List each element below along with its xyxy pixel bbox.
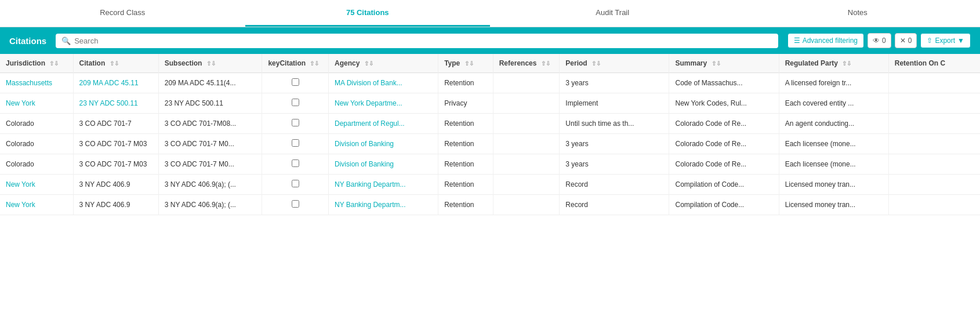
tab-record-class[interactable]: Record Class xyxy=(0,0,245,27)
table-row: Massachusetts209 MA ADC 45.11209 MA ADC … xyxy=(0,73,980,93)
col-header-retention[interactable]: Retention On C xyxy=(888,54,980,73)
eye-count: 0 xyxy=(882,37,886,45)
keycitation-checkbox-cell[interactable] xyxy=(262,73,329,93)
sort-icon-references: ⇧⇩ xyxy=(541,60,550,67)
tab-bar: Record Class 75 Citations Audit Trail No… xyxy=(0,0,980,27)
export-chevron-icon: ▼ xyxy=(957,37,964,45)
sort-icon-regulated-party: ⇧⇩ xyxy=(842,60,851,67)
export-label: Export xyxy=(935,37,955,45)
search-icon: 🔍 xyxy=(61,37,71,45)
keycitation-checkbox-cell[interactable] xyxy=(262,175,329,195)
table-row: Colorado3 CO ADC 701-7 M033 CO ADC 701-7… xyxy=(0,134,980,154)
col-header-jurisdiction[interactable]: Jurisdiction ⇧⇩ xyxy=(0,54,73,73)
citations-table: Jurisdiction ⇧⇩ Citation ⇧⇩ Subsection ⇧… xyxy=(0,54,980,215)
keycitation-checkbox-cell[interactable] xyxy=(262,114,329,134)
sort-icon-jurisdiction: ⇧⇩ xyxy=(49,60,59,67)
col-header-period[interactable]: Period ⇧⇩ xyxy=(560,54,669,73)
x-icon: ✕ xyxy=(900,37,906,45)
keycitation-checkbox-cell[interactable] xyxy=(262,134,329,154)
header-actions: ☰ Advanced filtering 👁 0 ✕ 0 ⇧ Export ▼ xyxy=(787,33,971,48)
keycitation-checkbox-cell[interactable] xyxy=(262,93,329,114)
sort-icon-period: ⇧⇩ xyxy=(591,60,601,67)
tab-notes[interactable]: Notes xyxy=(735,0,981,27)
col-header-summary[interactable]: Summary ⇧⇩ xyxy=(669,54,779,73)
eye-count-button[interactable]: 👁 0 xyxy=(868,33,891,48)
advanced-filtering-label: Advanced filtering xyxy=(803,37,858,45)
search-bar: 🔍 xyxy=(56,34,778,48)
eye-icon: 👁 xyxy=(873,37,880,45)
x-count-button[interactable]: ✕ 0 xyxy=(895,33,917,48)
keycitation-checkbox-cell[interactable] xyxy=(262,154,329,175)
keycitation-checkbox[interactable] xyxy=(292,160,299,167)
table-row: Colorado3 CO ADC 701-73 CO ADC 701-7M08.… xyxy=(0,114,980,134)
citations-table-wrapper: Jurisdiction ⇧⇩ Citation ⇧⇩ Subsection ⇧… xyxy=(0,54,980,319)
advanced-filtering-button[interactable]: ☰ Advanced filtering xyxy=(787,33,864,48)
keycitation-checkbox[interactable] xyxy=(292,200,299,208)
x-count: 0 xyxy=(908,37,912,45)
citations-title: Citations xyxy=(9,36,46,46)
export-button[interactable]: ⇧ Export ▼ xyxy=(920,33,971,48)
citations-header: Citations 🔍 ☰ Advanced filtering 👁 0 ✕ 0 xyxy=(0,27,980,54)
filter-icon: ☰ xyxy=(794,37,800,45)
citations-panel: Citations 🔍 ☰ Advanced filtering 👁 0 ✕ 0 xyxy=(0,27,980,319)
keycitation-checkbox-cell[interactable] xyxy=(262,195,329,215)
tab-citations[interactable]: 75 Citations xyxy=(245,0,491,27)
col-header-subsection[interactable]: Subsection ⇧⇩ xyxy=(158,54,262,73)
sort-icon-subsection: ⇧⇩ xyxy=(206,60,216,67)
col-header-keycitation[interactable]: keyCitation ⇧⇩ xyxy=(262,54,329,73)
keycitation-checkbox[interactable] xyxy=(292,78,299,86)
keycitation-checkbox[interactable] xyxy=(292,180,299,187)
sort-icon-keycitation: ⇧⇩ xyxy=(310,60,319,67)
col-header-regulated-party[interactable]: Regulated Party ⇧⇩ xyxy=(779,54,888,73)
export-icon: ⇧ xyxy=(927,37,932,45)
table-row: New York3 NY ADC 406.93 NY ADC 406.9(a);… xyxy=(0,175,980,195)
sort-icon-agency: ⇧⇩ xyxy=(364,60,373,67)
table-row: Colorado3 CO ADC 701-7 M033 CO ADC 701-7… xyxy=(0,154,980,175)
table-row: New York23 NY ADC 500.1123 NY ADC 500.11… xyxy=(0,93,980,114)
sort-icon-type: ⇧⇩ xyxy=(464,60,474,67)
col-header-type[interactable]: Type ⇧⇩ xyxy=(438,54,493,73)
keycitation-checkbox[interactable] xyxy=(292,99,299,106)
search-input[interactable] xyxy=(74,37,772,45)
col-header-agency[interactable]: Agency ⇧⇩ xyxy=(328,54,438,73)
sort-icon-citation: ⇧⇩ xyxy=(110,60,119,67)
col-header-references[interactable]: References ⇧⇩ xyxy=(493,54,560,73)
table-header-row: Jurisdiction ⇧⇩ Citation ⇧⇩ Subsection ⇧… xyxy=(0,54,980,73)
col-header-citation[interactable]: Citation ⇧⇩ xyxy=(73,54,158,73)
table-row: New York3 NY ADC 406.93 NY ADC 406.9(a);… xyxy=(0,195,980,215)
tab-audit-trail[interactable]: Audit Trail xyxy=(490,0,735,27)
keycitation-checkbox[interactable] xyxy=(292,119,299,126)
keycitation-checkbox[interactable] xyxy=(292,139,299,147)
sort-icon-summary: ⇧⇩ xyxy=(712,60,721,67)
